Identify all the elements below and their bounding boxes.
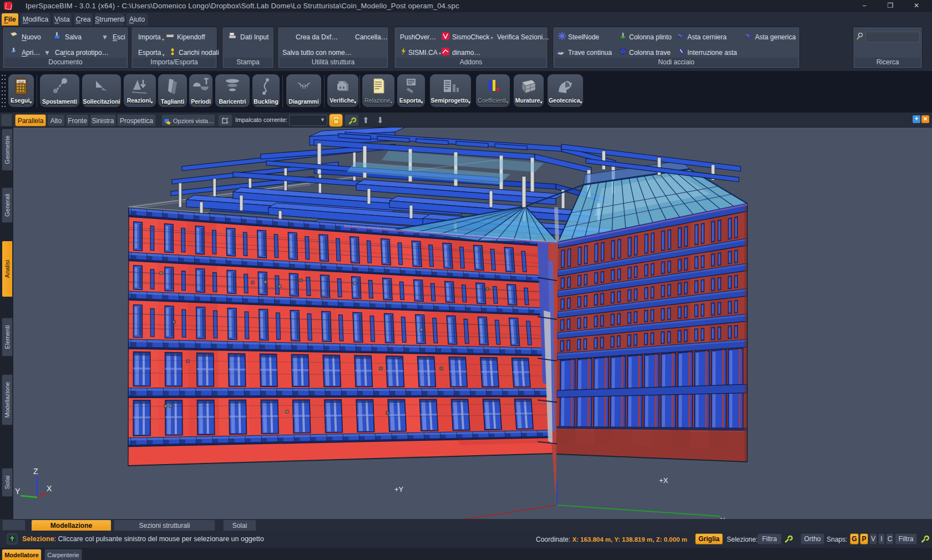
svg-text:+Y: +Y	[394, 485, 404, 493]
svg-text:2+2: 2+2	[18, 80, 23, 84]
svg-text:X: X	[47, 484, 52, 493]
svg-text:Z: Z	[33, 467, 38, 476]
svg-text:Y: Y	[15, 487, 21, 496]
svg-text:+X: +X	[659, 476, 668, 485]
